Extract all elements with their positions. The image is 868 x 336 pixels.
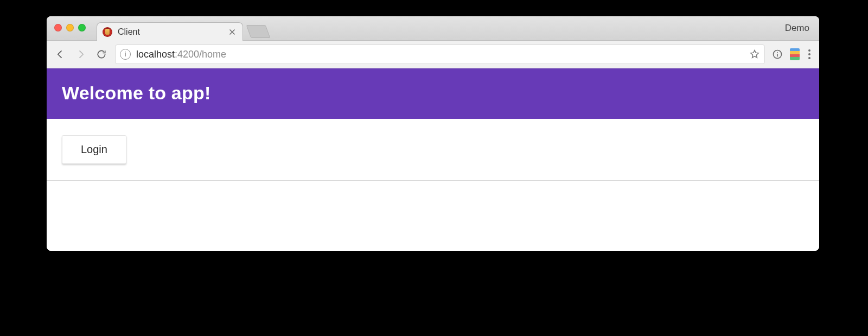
maximize-window-button[interactable] — [78, 24, 86, 31]
page-viewport: Welcome to app! Login — [47, 68, 819, 251]
back-button[interactable] — [53, 47, 67, 61]
tab-title: Client — [118, 27, 222, 37]
tab-strip: Client Demo — [47, 16, 819, 41]
url-text: localhost:4200/home — [136, 49, 744, 60]
window-controls — [54, 24, 86, 31]
page-title: Welcome to app! — [62, 83, 804, 104]
extension-icon[interactable] — [790, 48, 800, 60]
profile-label[interactable]: Demo — [785, 23, 809, 34]
page-info-icon[interactable] — [771, 48, 783, 60]
minimize-window-button[interactable] — [66, 24, 74, 31]
browser-menu-button[interactable] — [806, 49, 813, 59]
login-button[interactable]: Login — [62, 135, 126, 164]
close-tab-icon[interactable] — [227, 27, 237, 37]
tab-favicon — [103, 27, 112, 37]
new-tab-button[interactable] — [246, 25, 271, 38]
address-bar[interactable]: i localhost:4200/home — [115, 45, 765, 64]
app-body: Login — [47, 119, 819, 181]
reload-button[interactable] — [94, 47, 108, 61]
forward-button[interactable] — [74, 47, 88, 61]
svg-point-1 — [777, 52, 778, 53]
app-header: Welcome to app! — [47, 68, 819, 119]
url-host: localhost — [136, 49, 175, 60]
browser-tab[interactable]: Client — [97, 22, 243, 41]
close-window-button[interactable] — [54, 24, 62, 31]
site-info-icon[interactable]: i — [120, 49, 131, 60]
url-path: :4200/home — [175, 49, 226, 60]
bookmark-star-icon[interactable] — [749, 49, 760, 60]
browser-window: Client Demo i localhost:4200/home — [47, 16, 819, 251]
browser-toolbar: i localhost:4200/home — [47, 41, 819, 68]
